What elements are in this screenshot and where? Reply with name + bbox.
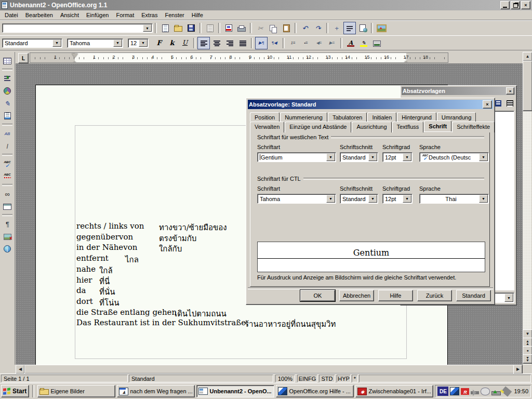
status-zoom[interactable]: 100%: [275, 375, 295, 382]
font-size-combobox[interactable]: 12 ▼: [128, 38, 149, 48]
ctl-size-combobox[interactable]: 12pt ▼: [382, 194, 413, 204]
export-pdf-button[interactable]: [222, 22, 235, 34]
find-replace-button[interactable]: ∞: [1, 188, 14, 200]
help-button[interactable]: Hilfe: [378, 290, 413, 301]
tab-verwalten[interactable]: Verwalten: [250, 122, 284, 132]
dropdown-button[interactable]: ▼: [326, 153, 335, 161]
tab-nummerierung[interactable]: Nummerierung: [280, 112, 327, 122]
taskbar-item-eigene-bilder[interactable]: Eigene Bilder: [37, 385, 115, 397]
stylist-dropdown-button[interactable]: ▼: [504, 294, 513, 302]
edit-file-button[interactable]: [204, 22, 216, 34]
menu-einf-gen[interactable]: Einfügen: [83, 11, 112, 19]
ctl-font-combobox[interactable]: Tahoma ▼: [257, 194, 336, 204]
volume-icon[interactable]: [471, 391, 479, 394]
open-button[interactable]: [172, 22, 184, 34]
back-button[interactable]: Zurück: [417, 290, 452, 301]
dropdown-button[interactable]: ▼: [403, 153, 411, 161]
western-font-combobox[interactable]: Gentium ▼: [257, 152, 336, 162]
draw-functions-button[interactable]: ✎: [1, 97, 14, 110]
insert-button[interactable]: [1, 55, 14, 67]
taskbar-item-openoffice-org-hilfe[interactable]: OpenOffice.org Hilfe - ...: [276, 385, 354, 397]
menu-fenster[interactable]: Fenster: [161, 11, 188, 19]
menu-hilfe[interactable]: Hilfe: [188, 11, 207, 19]
italic-button[interactable]: k: [166, 37, 178, 49]
standard-button[interactable]: Standard: [456, 290, 491, 301]
cancel-button[interactable]: Abbrechen: [339, 290, 374, 301]
align-right-button[interactable]: [223, 37, 236, 49]
gallery-button[interactable]: [375, 22, 388, 34]
menu-ansicht[interactable]: Ansicht: [57, 11, 83, 19]
start-button[interactable]: Start: [1, 385, 29, 397]
tab-einz-ge-und-abst-nde[interactable]: Einzüge und Abstände: [285, 122, 351, 132]
scroll-up-button[interactable]: ▲: [523, 52, 532, 61]
tab-schrift[interactable]: Schrift: [424, 121, 451, 131]
new-document-button[interactable]: [159, 22, 171, 34]
insert-object-button[interactable]: [1, 85, 14, 97]
menu-datei[interactable]: Datei: [1, 11, 22, 19]
vertical-scrollbar[interactable]: ▲ ▼ ▲ ▲ ● ▼ ▼: [523, 52, 531, 365]
hyperlink-bar-button[interactable]: [356, 22, 369, 34]
dropdown-button[interactable]: ▼: [479, 153, 488, 161]
clock[interactable]: 19:50: [514, 388, 528, 394]
tab-schrifteffekte[interactable]: Schrifteffekte: [452, 122, 495, 132]
online-layout-button[interactable]: [1, 243, 14, 255]
align-left-button[interactable]: [197, 37, 210, 49]
stylist-close-button[interactable]: ×: [506, 87, 514, 95]
size-dropdown-button[interactable]: ▼: [139, 39, 148, 47]
print-button[interactable]: [235, 22, 248, 34]
redo-button[interactable]: ↷: [312, 22, 324, 34]
paste-button[interactable]: [280, 22, 292, 34]
align-justify-button[interactable]: [236, 37, 249, 49]
paragraph-style-combobox[interactable]: Standard ▼: [2, 38, 62, 48]
status-selection-mode[interactable]: STD: [319, 375, 335, 382]
western-style-combobox[interactable]: Standard ▼: [340, 152, 378, 162]
western-size-combobox[interactable]: 12pt ▼: [382, 152, 413, 162]
style-dropdown-button[interactable]: ▼: [52, 39, 61, 47]
spellcheck-button[interactable]: [1, 157, 14, 170]
western-language-combobox[interactable]: Deutsch (Deutsc ▼: [419, 152, 489, 162]
dialog-titlebar[interactable]: Absatzvorlage: Standard ×: [248, 100, 493, 109]
left-indent-marker[interactable]: [72, 58, 78, 63]
vertical-scroll-thumb[interactable]: [523, 61, 532, 111]
scroll-left-button[interactable]: ◀: [16, 365, 25, 374]
mouse-settings-icon[interactable]: [481, 388, 490, 395]
next-page-button[interactable]: ▼ ▼: [523, 354, 532, 364]
left-to-right-button[interactable]: ▶¶: [255, 37, 268, 49]
data-sources-button[interactable]: [1, 200, 14, 212]
menu-extras[interactable]: Extras: [138, 11, 161, 19]
horizontal-scrollbar[interactable]: ◀ ▶: [16, 365, 523, 373]
keyboard-language-indicator[interactable]: DE: [437, 387, 448, 396]
stylist-button[interactable]: [343, 22, 356, 34]
paragraph-background-button[interactable]: [370, 37, 383, 49]
dropdown-button[interactable]: ▼: [368, 153, 377, 161]
highlighting-button[interactable]: [357, 37, 370, 49]
increase-indent-button[interactable]: ▶≡: [326, 37, 338, 49]
auto-spellcheck-button[interactable]: [1, 170, 14, 182]
underline-button[interactable]: U: [179, 37, 191, 49]
tab-tabulatoren[interactable]: Tabulatoren: [328, 112, 367, 122]
copy-button[interactable]: [267, 22, 280, 34]
graphics-on-off-button[interactable]: [1, 230, 14, 243]
form-functions-button[interactable]: [1, 110, 14, 122]
direct-cursor-button[interactable]: I: [1, 140, 14, 152]
bullet-list-button[interactable]: •≡: [300, 37, 312, 49]
close-button[interactable]: ×: [521, 1, 530, 9]
font-dropdown-button[interactable]: ▼: [113, 39, 122, 47]
antivirus-icon[interactable]: [461, 388, 469, 395]
font-color-button[interactable]: [344, 37, 357, 49]
taskbar-item-unbenannt2-openo[interactable]: Unbenannt2 - OpenO...: [196, 385, 274, 397]
decrease-indent-button[interactable]: ◀≡: [313, 37, 325, 49]
undo-button[interactable]: ↶: [299, 22, 311, 34]
horizontal-scroll-thumb[interactable]: [24, 365, 514, 374]
url-combobox[interactable]: ▼: [2, 23, 153, 33]
dropdown-button[interactable]: ▼: [403, 195, 411, 203]
insert-fields-button[interactable]: [1, 72, 14, 85]
dropdown-button[interactable]: ▼: [479, 195, 488, 203]
tab-type-selector[interactable]: L: [18, 53, 29, 63]
status-hyperlink-mode[interactable]: HYP: [337, 375, 351, 382]
stylist-titlebar[interactable]: Absatzvorlagen ×: [402, 87, 515, 95]
bold-button[interactable]: F: [153, 37, 165, 49]
dropdown-button[interactable]: ▼: [368, 195, 377, 203]
minimize-button[interactable]: [500, 1, 510, 9]
navigator-button[interactable]: +: [330, 22, 343, 34]
